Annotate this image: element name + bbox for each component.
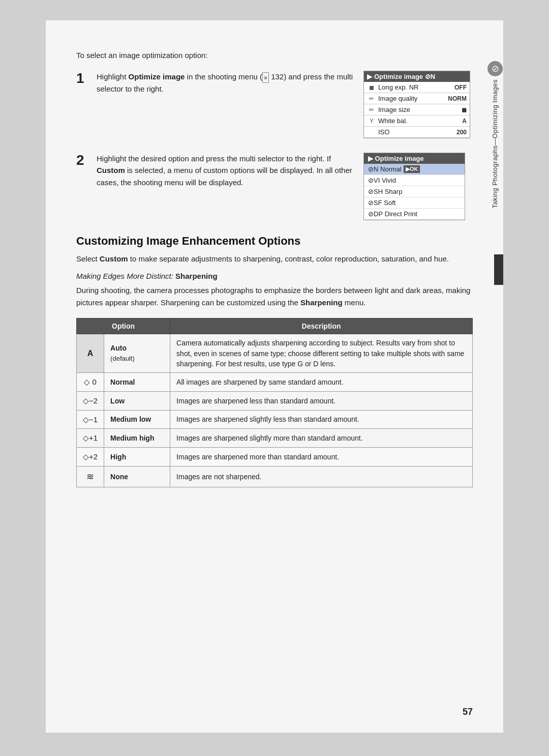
- table-icon-medlow: ◇−1: [77, 410, 104, 429]
- menu2-icon-5: ⊘DP: [368, 210, 383, 218]
- menu2-icon-2: ⊘VI: [368, 177, 380, 184]
- table-row-medhigh: ◇+1 Medium high Images are sharpened sli…: [77, 429, 473, 448]
- intro-paragraph: To select an image optimization option:: [76, 51, 473, 60]
- table-desc-auto: Camera automatically adjusts sharpening …: [170, 334, 473, 373]
- table-icon-medhigh: ◇+1: [77, 429, 104, 448]
- table-option-none: None: [104, 466, 170, 487]
- table-row-none: ≋ None Images are not sharpened.: [77, 466, 473, 487]
- menu1-row-3: ✏ Image size ◼: [364, 104, 470, 115]
- side-tab-text: Taking Photographs—Optimizing Images: [491, 79, 499, 209]
- step-2-text: Highlight the desired option and press t…: [97, 153, 353, 188]
- step-2-section: 2 Highlight the desired option and press…: [76, 153, 473, 220]
- menu1-row-1: ◼ Long exp. NR OFF: [364, 82, 470, 93]
- page: ⊘ Taking Photographs—Optimizing Images T…: [46, 20, 503, 733]
- table-option-medlow: Medium low: [104, 410, 170, 429]
- menu2-row-1: ⊘N Normal ▶OK: [364, 164, 465, 175]
- menu1-value-2: NORM: [448, 95, 467, 102]
- menu2-header: ▶ Optimize image: [364, 153, 465, 164]
- table-option-normal: Normal: [104, 373, 170, 392]
- sharpening-subheading: Making Edges More Distinct: Sharpening: [76, 272, 473, 280]
- menu1-label-1: Long exp. NR: [378, 83, 452, 91]
- menu2-label-4: Soft: [384, 199, 395, 207]
- menu1-value-4: A: [462, 118, 467, 125]
- table-row-normal: ◇ 0 Normal All images are sharpened by s…: [77, 373, 473, 392]
- customizing-para: Select Custom to make separate adjustmen…: [76, 253, 473, 265]
- menu1-label-2: Image quality: [378, 95, 446, 102]
- table-icon-low: ◇−2: [77, 391, 104, 410]
- menu-screenshot-2: ▶ Optimize image ⊘N Normal ▶OK ⊘VI Vivid…: [363, 153, 465, 220]
- table-icon-auto: A: [77, 334, 104, 373]
- step-1-number: 1: [76, 71, 88, 86]
- menu1-label-3: Image size: [378, 106, 460, 113]
- menu1-label-4: White bal.: [378, 117, 460, 125]
- table-row-medlow: ◇−1 Medium low Images are sharpened slig…: [77, 410, 473, 429]
- menu2-icon-4: ⊘SF: [368, 199, 382, 207]
- menu1-header: ▶ Optimize image ⊘N: [364, 71, 470, 82]
- sharpening-table: Option Description A Auto(default) Camer…: [76, 318, 473, 487]
- table-desc-none: Images are not sharpened.: [170, 466, 473, 487]
- step-1-right: ▶ Optimize image ⊘N ◼ Long exp. NR OFF ✏…: [363, 71, 473, 138]
- side-tab-bar: [494, 254, 503, 285]
- menu1-icon-1: ◼: [367, 84, 376, 91]
- customizing-heading: Customizing Image Enhancement Options: [76, 235, 473, 248]
- table-option-low: Low: [104, 391, 170, 410]
- side-tab: ⊘ Taking Photographs—Optimizing Images: [486, 61, 504, 209]
- step-1-left: 1 Highlight Optimize image in the shooti…: [76, 71, 353, 95]
- menu1-row-4: Y White bal. A: [364, 115, 470, 127]
- table-option-auto: Auto(default): [104, 334, 170, 373]
- table-row-low: ◇−2 Low Images are sharpened less than s…: [77, 391, 473, 410]
- menu2-icon-1: ⊘N: [368, 165, 378, 173]
- menu2-icon-3: ⊘SH: [368, 188, 383, 195]
- table-row-auto: A Auto(default) Camera automatically adj…: [77, 334, 473, 373]
- table-row-high: ◇+2 High Images are sharpened more than …: [77, 448, 473, 467]
- table-icon-none: ≋: [77, 466, 104, 487]
- table-desc-low: Images are sharpened less than standard …: [170, 391, 473, 410]
- step-2-number: 2: [76, 153, 88, 168]
- menu2-row-3: ⊘SH Sharp: [364, 186, 465, 197]
- table-icon-high: ◇+2: [77, 448, 104, 467]
- menu1-value-1: OFF: [454, 84, 467, 91]
- table-desc-medhigh: Images are sharpened slightly more than …: [170, 429, 473, 448]
- menu1-icon-2: ✏: [367, 95, 376, 102]
- menu1-icon-3: ✏: [367, 106, 376, 113]
- sharpening-body: During shooting, the camera processes ph…: [76, 284, 473, 309]
- step-1-section: 1 Highlight Optimize image in the shooti…: [76, 71, 473, 138]
- step-2-right: ▶ Optimize image ⊘N Normal ▶OK ⊘VI Vivid…: [363, 153, 473, 220]
- menu2-label-2: Vivid: [382, 177, 396, 184]
- table-option-medhigh: Medium high: [104, 429, 170, 448]
- menu2-row-4: ⊘SF Soft: [364, 197, 465, 209]
- menu1-value-3: ◼: [462, 106, 467, 113]
- menu2-row-5: ⊘DP Direct Print: [364, 209, 465, 220]
- menu1-value-5: 200: [456, 129, 467, 136]
- table-icon-normal: ◇ 0: [77, 373, 104, 392]
- menu1-label-5: ISO: [378, 128, 454, 136]
- menu2-row-2: ⊘VI Vivid: [364, 175, 465, 186]
- table-desc-normal: All images are sharpened by same standar…: [170, 373, 473, 392]
- menu1-icon-4: Y: [367, 118, 376, 125]
- table-desc-medlow: Images are sharpened slightly less than …: [170, 410, 473, 429]
- table-option-high: High: [104, 448, 170, 467]
- menu2-label-1: Normal: [380, 165, 402, 173]
- menu2-label-3: Sharp: [385, 188, 403, 195]
- menu2-ok-badge: ▶OK: [404, 165, 420, 173]
- step-2-left: 2 Highlight the desired option and press…: [76, 153, 353, 188]
- menu1-row-2: ✏ Image quality NORM: [364, 93, 470, 104]
- menu2-label-5: Direct Print: [385, 210, 417, 218]
- table-desc-high: Images are sharpened more than standard …: [170, 448, 473, 467]
- page-number: 57: [463, 707, 473, 717]
- table-header-description: Description: [170, 318, 473, 334]
- step-1-text: Highlight Optimize image in the shooting…: [97, 71, 353, 95]
- side-tab-icon: ⊘: [487, 61, 503, 76]
- table-header-option: Option: [77, 318, 170, 334]
- menu1-row-5: ISO 200: [364, 127, 470, 138]
- menu-screenshot-1: ▶ Optimize image ⊘N ◼ Long exp. NR OFF ✏…: [363, 71, 470, 138]
